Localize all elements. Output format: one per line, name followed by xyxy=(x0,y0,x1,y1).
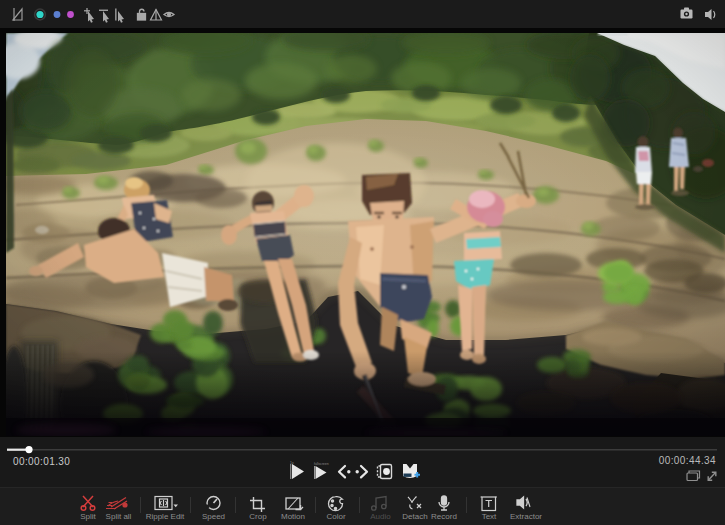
svg-text:1x: 1x xyxy=(290,461,294,465)
svg-text:fullscreen: fullscreen xyxy=(314,462,329,466)
